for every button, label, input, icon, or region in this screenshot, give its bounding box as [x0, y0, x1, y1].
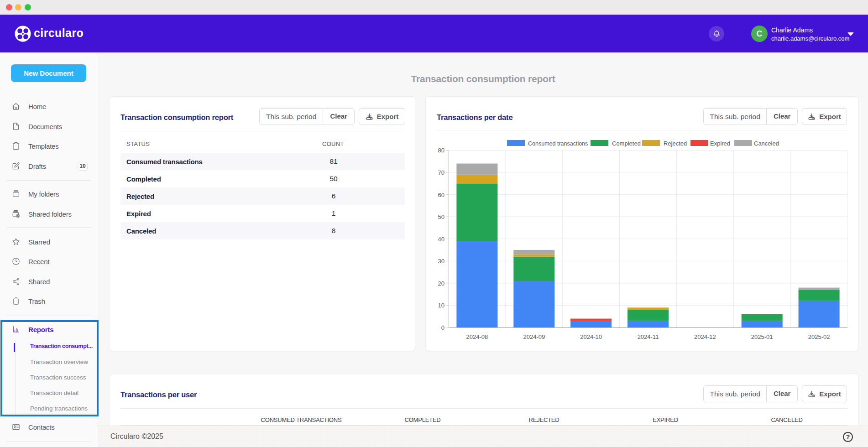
svg-text:0: 0	[441, 324, 444, 331]
svg-text:30: 30	[438, 258, 444, 265]
svg-text:2024-08: 2024-08	[466, 333, 488, 340]
svg-text:2024-10: 2024-10	[580, 333, 602, 340]
svg-text:20: 20	[438, 280, 444, 287]
svg-text:40: 40	[438, 236, 444, 243]
svg-text:Canceled: Canceled	[754, 140, 779, 147]
svg-text:50: 50	[438, 213, 444, 220]
svg-text:Completed: Completed	[612, 140, 641, 147]
svg-text:2024-09: 2024-09	[523, 333, 545, 340]
svg-text:80: 80	[438, 147, 444, 154]
svg-text:Expired: Expired	[710, 140, 730, 147]
svg-text:Consumed transactions: Consumed transactions	[528, 140, 588, 147]
svg-text:Rejected: Rejected	[664, 140, 687, 147]
svg-text:2025-01: 2025-01	[751, 333, 773, 340]
svg-text:2024-11: 2024-11	[638, 333, 659, 340]
svg-text:2025-02: 2025-02	[808, 333, 830, 340]
svg-text:10: 10	[438, 302, 444, 309]
svg-text:70: 70	[438, 169, 444, 176]
svg-text:2024-12: 2024-12	[694, 333, 716, 340]
svg-text:60: 60	[438, 192, 444, 198]
